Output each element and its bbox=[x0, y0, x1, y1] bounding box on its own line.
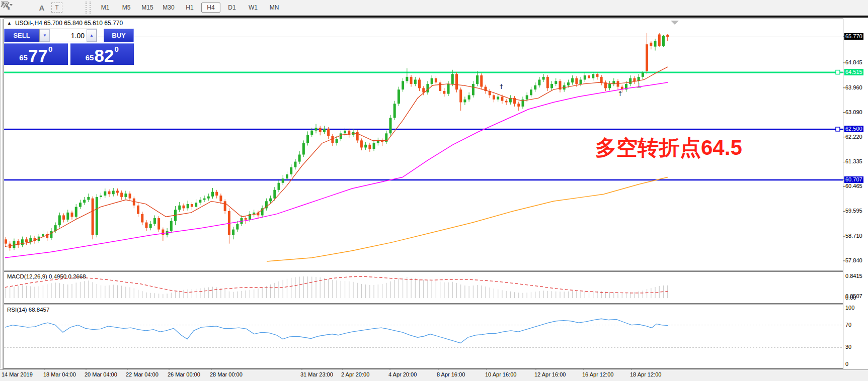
candle bbox=[654, 41, 657, 46]
volume-increase-button[interactable]: ▲ bbox=[87, 29, 97, 42]
candle bbox=[310, 131, 313, 135]
candle bbox=[207, 197, 210, 199]
candle bbox=[360, 140, 363, 147]
time-axis-label: 12 Apr 16:00 bbox=[534, 371, 566, 377]
candle bbox=[58, 215, 61, 225]
candle bbox=[476, 75, 479, 84]
horizontal-line-object[interactable] bbox=[4, 72, 843, 73]
panel-border bbox=[4, 305, 843, 305]
candle bbox=[278, 183, 280, 190]
candle bbox=[315, 128, 318, 131]
ma-line-slow bbox=[267, 177, 668, 262]
quote-line: USOil-,H4 65.700 65.840 65.610 65.770 bbox=[15, 20, 123, 27]
candle bbox=[336, 139, 338, 143]
candle bbox=[129, 194, 131, 199]
candle bbox=[426, 84, 429, 92]
sell-button[interactable]: SELL bbox=[4, 29, 39, 42]
buy-price-box[interactable]: 65 82 0 bbox=[70, 43, 134, 65]
candle bbox=[232, 230, 234, 235]
ma-line-mid bbox=[5, 82, 668, 258]
trade-marker: † bbox=[500, 82, 503, 90]
candle bbox=[104, 192, 106, 196]
volume-input[interactable] bbox=[50, 29, 87, 42]
candle bbox=[199, 200, 201, 203]
candle bbox=[646, 44, 648, 71]
price-axis-label: 59.595 bbox=[845, 208, 868, 214]
panel-border bbox=[1, 19, 1, 368]
candle bbox=[87, 197, 90, 200]
candle bbox=[71, 213, 73, 217]
price-axis-label: 60.707 bbox=[844, 176, 863, 183]
time-axis-label: 22 Mar 04:00 bbox=[126, 371, 159, 377]
candle bbox=[13, 241, 15, 248]
time-axis-label: 31 Mar 23:00 bbox=[300, 371, 333, 377]
candle bbox=[178, 206, 181, 210]
time-axis-label: 8 Apr 16:00 bbox=[437, 371, 465, 377]
volume-decrease-button[interactable]: ▼ bbox=[40, 29, 50, 42]
candle bbox=[389, 118, 391, 133]
candle bbox=[666, 35, 669, 37]
candle bbox=[530, 89, 532, 95]
rsi-label: RSI(14) 68.8457 bbox=[7, 307, 49, 313]
candle bbox=[493, 95, 495, 99]
macd-axis-label: 0.8415 bbox=[845, 273, 868, 279]
price-axis-label: 64.515 bbox=[844, 69, 863, 75]
candle bbox=[629, 78, 632, 84]
horizontal-line-object[interactable] bbox=[4, 129, 843, 130]
buy-price-prefix: 65 bbox=[86, 53, 94, 62]
time-axis-label: 10 Apr 16:00 bbox=[485, 371, 516, 377]
candle bbox=[588, 75, 590, 78]
panel-border bbox=[4, 19, 843, 19]
candle bbox=[517, 104, 520, 107]
candle bbox=[327, 129, 330, 136]
candle bbox=[108, 192, 111, 195]
horizontal-line-object[interactable] bbox=[4, 179, 843, 181]
candle bbox=[331, 136, 334, 143]
candle bbox=[600, 77, 603, 82]
chart-shift-icon[interactable] bbox=[671, 21, 679, 25]
hline-handle[interactable] bbox=[836, 127, 840, 131]
quote-header: ▲ USOil-,H4 65.700 65.840 65.610 65.770 bbox=[7, 20, 123, 27]
candle bbox=[472, 84, 475, 95]
candle bbox=[534, 85, 536, 89]
quote-collapse-icon[interactable]: ▲ bbox=[7, 21, 12, 26]
panel-border bbox=[4, 271, 843, 272]
candle bbox=[662, 36, 665, 46]
panel-border bbox=[4, 303, 843, 304]
candle bbox=[319, 128, 322, 132]
chart-text-annotation[interactable]: 多空转折点64.5 bbox=[595, 137, 742, 159]
rsi-line bbox=[5, 319, 668, 343]
candle bbox=[92, 199, 94, 235]
panel-border bbox=[4, 19, 4, 368]
candle bbox=[302, 143, 305, 154]
candle bbox=[236, 224, 239, 229]
time-axis-label: 26 Mar 00:00 bbox=[168, 371, 200, 377]
candle bbox=[162, 230, 164, 235]
rsi-axis-label: 70 bbox=[845, 322, 868, 328]
candle bbox=[633, 78, 636, 81]
buy-button[interactable]: BUY bbox=[104, 29, 134, 42]
candle bbox=[83, 200, 86, 203]
panel-border bbox=[4, 270, 843, 270]
candle bbox=[592, 74, 594, 78]
candle bbox=[219, 196, 222, 201]
price-axis-label: 58.710 bbox=[845, 233, 868, 239]
ma-line-fast bbox=[5, 67, 668, 246]
candle bbox=[608, 84, 611, 88]
sell-price-box[interactable]: 65 77 0 bbox=[4, 43, 68, 65]
candle bbox=[538, 79, 540, 85]
candle bbox=[62, 215, 65, 219]
candle bbox=[116, 191, 119, 193]
trading-terminal: { "toolbar": { "icons": [ {"name":"indic… bbox=[0, 0, 868, 381]
candle bbox=[215, 192, 218, 196]
candle bbox=[269, 199, 272, 202]
hline-handle[interactable] bbox=[836, 70, 840, 74]
time-axis-label: 20 Mar 04:00 bbox=[85, 371, 117, 377]
candle bbox=[398, 89, 400, 104]
candle bbox=[25, 239, 28, 242]
time-axis-label: 28 Mar 00:00 bbox=[210, 371, 243, 377]
candle bbox=[443, 91, 445, 94]
candle bbox=[463, 100, 466, 103]
macd-axis-label: 0.00 bbox=[845, 295, 868, 301]
candle bbox=[567, 82, 570, 85]
